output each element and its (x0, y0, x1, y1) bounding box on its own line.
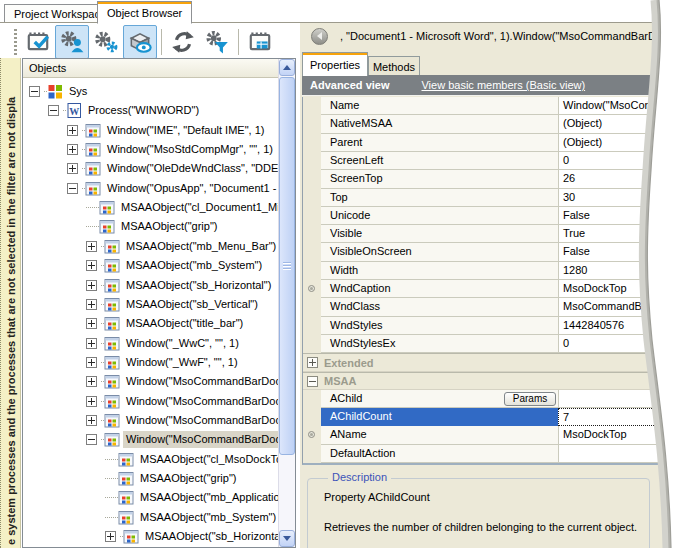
tab-properties[interactable]: Properties (302, 52, 368, 76)
checked-window-button[interactable] (21, 25, 55, 59)
tree-item[interactable]: MSAAObject("grip") (86, 217, 220, 236)
property-value[interactable]: 26 (558, 170, 687, 189)
tree-item[interactable]: Window("OleDdeWndClass", "DDE Ser (67, 159, 279, 178)
expand-icon[interactable] (86, 241, 97, 252)
expand-icon[interactable] (67, 163, 78, 174)
property-value[interactable]: MsoCommandBarDock (558, 298, 687, 317)
tree-item[interactable]: MSAAObject("mb_System") (86, 256, 265, 275)
property-row-achild[interactable]: AChildParams (303, 390, 687, 408)
tree-item[interactable]: MSAAObject("sb_Vertical") (86, 295, 261, 314)
tab-object-browser[interactable]: Object Browser (97, 1, 192, 24)
scroll-thumb[interactable] (279, 77, 295, 455)
expand-icon[interactable] (307, 357, 318, 368)
property-value[interactable]: 7 (558, 408, 687, 426)
tree-item[interactable]: MSAAObject("mb_Application" (105, 488, 279, 507)
tree-item[interactable]: Window("_WwF", "", 1) (86, 353, 241, 372)
tree-item[interactable]: MSAAObject("mb_Menu_Bar") (86, 237, 279, 256)
property-row-wndstylesex[interactable]: WndStylesEx0 (303, 335, 687, 353)
tree-item[interactable]: MSAAObject("cl_MsoDockTop" (105, 450, 279, 469)
property-value[interactable]: MsoDockTop (558, 280, 687, 298)
tree-item[interactable]: MSAAObject("cl_Document1_Micro (86, 198, 279, 217)
scroll-up-button[interactable] (279, 59, 295, 76)
tree-item[interactable]: MSAAObject("title_bar") (86, 314, 246, 333)
property-value[interactable] (558, 445, 687, 463)
tree-item[interactable]: Sys (29, 82, 90, 101)
expand-icon[interactable] (67, 144, 78, 155)
property-row-defaultaction[interactable]: DefaultAction (303, 445, 687, 463)
property-row-aname[interactable]: ANameMsoDockTop (303, 426, 687, 445)
params-button[interactable]: Params (504, 392, 556, 406)
dock-window-button[interactable] (243, 25, 277, 59)
property-row-width[interactable]: Width1280 (303, 262, 687, 280)
property-value[interactable]: False (558, 243, 687, 262)
scroll-down-button[interactable] (279, 530, 295, 547)
back-button[interactable] (311, 28, 328, 45)
tree-item[interactable]: Window("OpusApp", "Document1 - Mic (67, 179, 279, 198)
tree-item[interactable]: MSAAObject("sb_Vertical") (105, 546, 279, 547)
property-value[interactable]: (Object) (558, 134, 687, 152)
expand-icon[interactable] (86, 338, 97, 349)
expand-icon[interactable] (67, 125, 78, 136)
property-row-nativemsaa[interactable]: NativeMSAA(Object) (303, 115, 687, 134)
property-row-screentop[interactable]: ScreenTop26 (303, 170, 687, 189)
tree-item[interactable]: Window("_WwC", "", 1) (86, 334, 242, 353)
collapse-icon[interactable] (48, 105, 59, 116)
tree-item[interactable]: Window("MsoCommandBarDock", " (86, 411, 279, 430)
tree-item[interactable]: Window("MsoCommandBarDock", " (86, 392, 279, 411)
tree-item[interactable]: MSAAObject("sb_Horizontal") (86, 276, 274, 295)
property-row-parent[interactable]: Parent(Object) (303, 134, 687, 152)
property-value[interactable]: Window("MsoComm (558, 97, 687, 115)
collapse-icon[interactable] (29, 86, 40, 97)
tree-item[interactable]: Window("MsoCommandBarDock", " (86, 372, 279, 391)
expand-icon[interactable] (86, 280, 97, 291)
expand-icon[interactable] (105, 531, 116, 542)
collapse-icon[interactable] (307, 376, 318, 387)
property-row-visibleonscreen[interactable]: VisibleOnScreenFalse (303, 243, 687, 262)
property-value[interactable]: 1280 (558, 262, 687, 280)
tree-item[interactable]: Window("MsoStdCompMgr", "", 1) (67, 140, 276, 159)
property-row-wndcaption[interactable]: WndCaptionMsoDockTop (303, 280, 687, 298)
property-row-wndclass[interactable]: WndClassMsoCommandBarDock (303, 298, 687, 317)
expand-icon[interactable] (86, 318, 97, 329)
property-row-wndstyles[interactable]: WndStyles1442840576 (303, 317, 687, 335)
property-value[interactable]: 30 (558, 189, 687, 207)
tab-methods[interactable]: Methods (368, 56, 420, 77)
refresh-button[interactable] (166, 25, 200, 59)
property-value[interactable] (558, 390, 687, 408)
gear-user-button[interactable] (55, 25, 89, 59)
property-value[interactable]: 1442840576 (558, 317, 687, 335)
gears-button[interactable] (89, 25, 123, 59)
tree-scrollbar[interactable] (278, 59, 295, 547)
basic-view-link[interactable]: View basic members (Basic view) (421, 79, 585, 91)
tree-item[interactable]: MSAAObject("grip") (105, 469, 239, 488)
property-value[interactable]: 0 (558, 335, 687, 353)
tree-item[interactable]: MSAAObject("mb_System") (105, 508, 279, 527)
property-row-name[interactable]: NameWindow("MsoComm (303, 97, 687, 115)
property-row-unicode[interactable]: UnicodeFalse (303, 207, 687, 225)
expand-icon[interactable] (86, 260, 97, 271)
expand-icon[interactable] (86, 299, 97, 310)
gear-filter-button[interactable] (200, 25, 234, 59)
property-value[interactable]: MsoDockTop (558, 426, 687, 445)
toolbar-grip[interactable] (14, 29, 17, 55)
expand-icon[interactable] (86, 396, 97, 407)
group-row-msaa[interactable]: MSAA (303, 372, 687, 390)
tree-item[interactable]: WProcess("WINWORD") (48, 101, 202, 120)
property-value[interactable]: 0 (558, 152, 687, 170)
property-value[interactable]: True (558, 225, 687, 243)
cube-eye-button[interactable] (123, 25, 157, 59)
tree-item[interactable]: Window("IME", "Default IME", 1) (67, 121, 267, 140)
expand-icon[interactable] (86, 376, 97, 387)
property-row-visible[interactable]: VisibleTrue (303, 225, 687, 243)
collapse-icon[interactable] (86, 434, 97, 445)
property-row-screenleft[interactable]: ScreenLeft0 (303, 152, 687, 170)
collapse-icon[interactable] (67, 183, 78, 194)
expand-icon[interactable] (86, 415, 97, 426)
property-row-achildcount[interactable]: AChildCount7 (303, 408, 687, 426)
group-row-extended[interactable]: Extended (303, 353, 687, 372)
expand-icon[interactable] (86, 357, 97, 368)
property-value[interactable]: False (558, 207, 687, 225)
property-row-top[interactable]: Top30 (303, 189, 687, 207)
tree-item[interactable]: Window("MsoCommandBarDock", " (86, 430, 279, 449)
tree-item[interactable]: MSAAObject("sb_Horizontal") (105, 527, 279, 546)
